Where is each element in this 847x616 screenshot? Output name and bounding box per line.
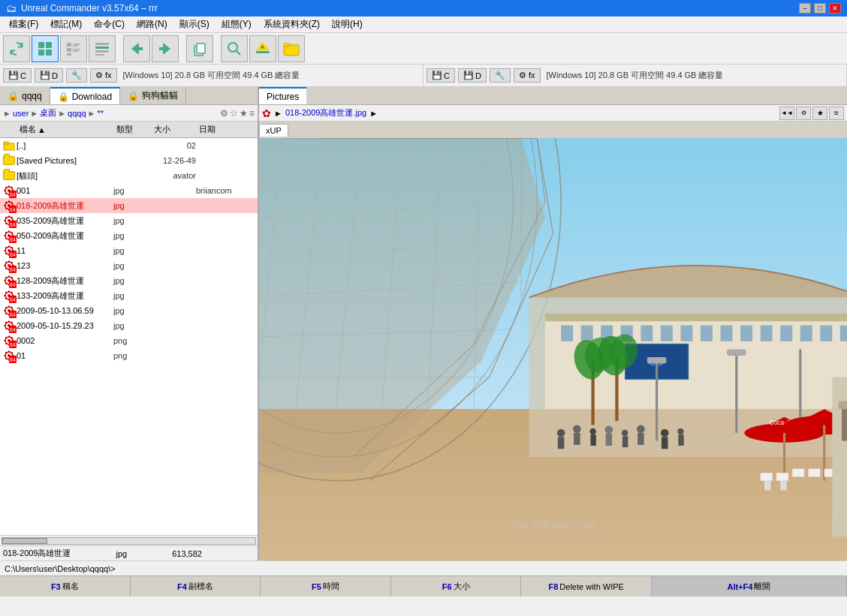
svg-rect-230 bbox=[842, 409, 847, 440]
file-icon-13: 64 bbox=[2, 333, 17, 348]
right-drive-c[interactable]: 💾 C bbox=[427, 68, 455, 83]
path-arrow-right: ► bbox=[274, 109, 282, 118]
view-detail-button[interactable] bbox=[89, 35, 116, 62]
bottom-path-bar: C:\Users\user\Desktop\qqqq\ > bbox=[0, 560, 847, 575]
right-drive-extra1[interactable]: 🔧 bbox=[490, 68, 511, 83]
tab-dogcat[interactable]: 🔒 狗狗貓貓 bbox=[120, 87, 186, 104]
file-row[interactable]: 6401png bbox=[0, 348, 258, 363]
path-icon-star[interactable]: ★ bbox=[240, 108, 248, 119]
file-row[interactable]: 64001jpgbriiancom bbox=[0, 183, 258, 198]
file-row[interactable]: 64133-2009高雄世運jpg bbox=[0, 288, 258, 303]
path-icon-gear[interactable]: ⚙ bbox=[220, 108, 228, 119]
menu-item-z[interactable]: 系統資料夾(Z) bbox=[258, 17, 326, 32]
folder-button[interactable] bbox=[278, 35, 305, 62]
file-row[interactable]: 64123jpg bbox=[0, 258, 258, 273]
tab-pictures[interactable]: Pictures bbox=[259, 87, 306, 104]
f3-key[interactable]: F3 稱名 bbox=[0, 576, 131, 596]
file-icon-0 bbox=[2, 138, 17, 153]
file-icon-6: 64 bbox=[2, 228, 17, 243]
svg-rect-18 bbox=[159, 47, 163, 50]
image-zoom-btn[interactable]: ★ bbox=[812, 107, 827, 120]
xup-tab-item[interactable]: xUP bbox=[259, 124, 288, 137]
search-button[interactable] bbox=[221, 35, 248, 62]
menu-item-h[interactable]: 說明(H) bbox=[326, 17, 369, 32]
file-list[interactable]: [..]02[Saved Pictures]12-26-49[貓頭]avator… bbox=[0, 138, 258, 535]
file-row[interactable]: [..]02 bbox=[0, 138, 258, 153]
view-icons-button[interactable] bbox=[32, 35, 59, 62]
f8-key[interactable]: F8 Delete with WIPE bbox=[521, 576, 652, 596]
file-row[interactable]: 642009-05-10-13.06.59jpg bbox=[0, 303, 258, 318]
view-list-button[interactable] bbox=[60, 35, 87, 62]
file-row[interactable]: 64128-2009高雄世運jpg bbox=[0, 273, 258, 288]
file-row[interactable]: 642009-05-10-15.29.23jpg bbox=[0, 318, 258, 333]
col-header-name[interactable]: 檔名 ▲ bbox=[17, 122, 113, 137]
file-row[interactable]: 64018-2009高雄世運jpg bbox=[0, 198, 258, 213]
path-icon-bookmark[interactable]: ☆ bbox=[230, 108, 238, 119]
f5-num: F5 bbox=[312, 582, 321, 591]
left-drivebar: 💾 C 💾 D 🔧 ⚙ fx [Windows 10] 20.8 GB 可用空間… bbox=[0, 65, 424, 86]
left-path-bar: ► user ► 桌面 ► qqqq ► ** ⚙ ☆ ★ ≡ bbox=[0, 105, 258, 122]
path-icon-menu[interactable]: ≡ bbox=[249, 108, 255, 119]
svg-rect-9 bbox=[73, 50, 78, 52]
back-button[interactable] bbox=[123, 35, 150, 62]
menu-item-f[interactable]: 檔案(F) bbox=[3, 17, 44, 32]
menu-item-y[interactable]: 組態(Y) bbox=[216, 17, 258, 32]
left-drive-c[interactable]: 💾 C bbox=[3, 68, 32, 83]
path-desktop[interactable]: 桌面 bbox=[40, 107, 56, 119]
svg-rect-223 bbox=[638, 433, 644, 445]
close-button[interactable]: ✕ bbox=[829, 3, 841, 14]
menu-item-c[interactable]: 命令(C) bbox=[88, 17, 131, 32]
svg-rect-206 bbox=[776, 473, 788, 481]
col-header-date[interactable]: 日期 bbox=[196, 122, 256, 137]
right-fx-btn[interactable]: ⚙ fx bbox=[514, 68, 541, 83]
menu-item-n[interactable]: 網路(N) bbox=[131, 17, 173, 32]
svg-rect-210 bbox=[764, 481, 770, 491]
svg-point-226 bbox=[677, 428, 683, 434]
copy-button[interactable] bbox=[186, 35, 213, 62]
path-wildcard[interactable]: ** bbox=[97, 109, 104, 118]
file-row[interactable]: [貓頭]avator bbox=[0, 168, 258, 183]
minimize-button[interactable]: – bbox=[799, 3, 811, 14]
left-drive-d[interactable]: 💾 D bbox=[35, 68, 63, 83]
tab-qqqq[interactable]: 🔒 qqqq bbox=[0, 87, 50, 104]
menu-item-s[interactable]: 顯示(S) bbox=[173, 17, 216, 32]
badge-64: 64 bbox=[9, 236, 17, 243]
altf4-key[interactable]: Alt+F4 離開 bbox=[652, 576, 847, 596]
file-row[interactable]: 64035-2009高雄世運jpg bbox=[0, 213, 258, 228]
refresh-button[interactable] bbox=[3, 35, 30, 62]
horizontal-scrollbar[interactable] bbox=[0, 535, 258, 545]
right-drive-d[interactable]: 💾 D bbox=[458, 68, 487, 83]
f6-label: 大小 bbox=[454, 581, 470, 592]
maximize-button[interactable]: □ bbox=[814, 3, 826, 14]
left-fx-btn[interactable]: ⚙ fx bbox=[90, 68, 117, 83]
file-size-0: 02 bbox=[151, 141, 196, 150]
file-row[interactable]: 6411jpg bbox=[0, 243, 258, 258]
file-row[interactable]: [Saved Pictures]12-26-49 bbox=[0, 153, 258, 168]
f4-key[interactable]: F4 副標名 bbox=[131, 576, 261, 596]
image-next-btn[interactable]: ⚙ bbox=[796, 107, 811, 120]
learn-button[interactable]: A bbox=[249, 35, 276, 62]
image-menu-btn[interactable]: ≡ bbox=[829, 107, 844, 120]
f6-key[interactable]: F6 大小 bbox=[391, 576, 522, 596]
left-drive-extra1[interactable]: 🔧 bbox=[66, 68, 87, 83]
path-qqqq[interactable]: qqqq bbox=[68, 109, 86, 118]
file-row[interactable]: 64050-2009高雄世運jpg bbox=[0, 228, 258, 243]
path-user[interactable]: user bbox=[13, 109, 29, 118]
col-header-type[interactable]: 類型 bbox=[113, 122, 151, 137]
h-scroll-thumb[interactable] bbox=[2, 538, 47, 544]
forward-button[interactable] bbox=[152, 35, 179, 62]
image-prev-btn[interactable]: ◄◄ bbox=[779, 107, 794, 120]
status-filename: 018-2009高雄世運 bbox=[3, 548, 71, 559]
h-scroll-track[interactable] bbox=[2, 537, 256, 545]
file-type-11: jpg bbox=[113, 306, 151, 315]
f5-key[interactable]: F5 時間 bbox=[261, 576, 391, 596]
svg-marker-15 bbox=[131, 43, 139, 55]
file-size-2: avator bbox=[151, 171, 196, 180]
menu-item-m[interactable]: 標記(M) bbox=[44, 17, 88, 32]
file-row[interactable]: 640002png bbox=[0, 333, 258, 348]
file-name-3: 001 bbox=[17, 186, 113, 195]
tab-qqqq-label: qqqq bbox=[22, 91, 42, 101]
col-header-size[interactable]: 大小 bbox=[151, 122, 196, 137]
f6-num: F6 bbox=[442, 582, 452, 591]
tab-download[interactable]: 🔒 Download bbox=[50, 87, 120, 104]
